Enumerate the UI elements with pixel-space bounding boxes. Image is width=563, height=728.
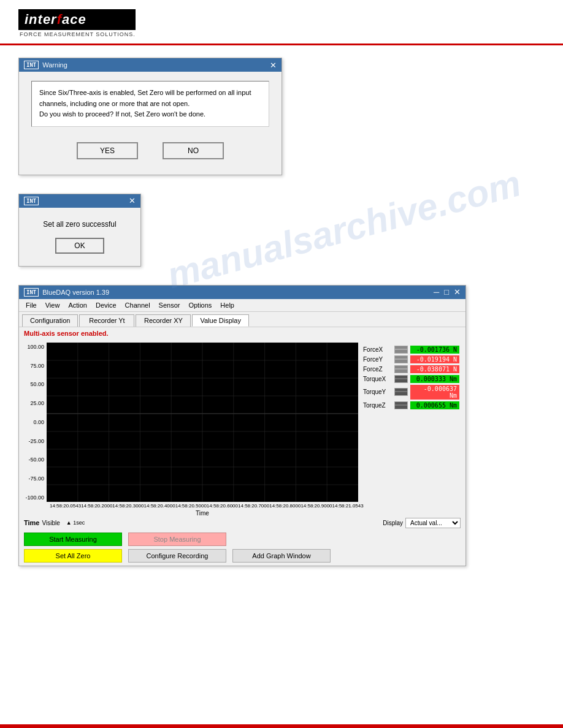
menu-help[interactable]: Help xyxy=(216,300,238,310)
action-buttons-row1: Start Measuring Stop Measuring xyxy=(19,529,465,549)
tab-configuration[interactable]: Configuration xyxy=(22,314,78,327)
chart-area xyxy=(47,343,358,502)
legend-torquex: TorqueX 0.000333 Nm xyxy=(363,375,459,383)
bluedaq-window: INT BlueDAQ version 1.39 ─ □ ✕ File View… xyxy=(18,285,466,566)
time-visible: Visible xyxy=(42,520,59,526)
legend-forcex: ForceX -0.001736 N xyxy=(363,346,459,354)
time-section: Time Visible xyxy=(24,519,60,526)
success-dialog-icon: INT xyxy=(24,197,39,205)
header: interface FORCE MEASUREMENT SOLUTIONS. xyxy=(0,0,563,45)
bluedaq-title: BlueDAQ version 1.39 xyxy=(42,289,109,296)
legend-torquez: TorqueZ 0.000655 Nm xyxy=(363,401,459,409)
bluedaq-titlebar: INT BlueDAQ version 1.39 ─ □ ✕ xyxy=(19,286,465,299)
maximize-button[interactable]: □ xyxy=(444,288,449,296)
footer-bar xyxy=(0,724,563,728)
time-sub-section: ▲ 1sec xyxy=(66,520,85,526)
success-dialog: INT ✕ Set all zero successful OK xyxy=(18,194,141,267)
torquex-value: 0.000333 Nm xyxy=(410,375,459,383)
set-all-zero-button[interactable]: Set All Zero xyxy=(24,549,122,563)
menu-device[interactable]: Device xyxy=(92,300,120,310)
menu-view[interactable]: View xyxy=(42,300,64,310)
torquey-value: -0.000637 Nm xyxy=(410,385,459,400)
logo-subtitle: FORCE MEASUREMENT SOLUTIONS. xyxy=(18,31,136,37)
warning-dialog-message: Since Six/Three-axis is enabled, Set Zer… xyxy=(31,81,269,127)
legend-torquey: TorqueY -0.000637 Nm xyxy=(363,385,459,400)
warning-yes-button[interactable]: YES xyxy=(77,142,138,159)
time-label: Time xyxy=(24,519,39,526)
display-dropdown[interactable]: Actual val... xyxy=(405,518,461,528)
tab-value-display[interactable]: Value Display xyxy=(192,314,248,327)
chart-container: 100.00 75.00 50.00 25.00 0.00 -25.00 -50… xyxy=(19,339,465,502)
torquex-swatch xyxy=(394,375,408,383)
legend-panel: ForceX -0.001736 N ForceY -0.019194 N Fo… xyxy=(358,343,462,502)
logo: interface xyxy=(18,9,136,30)
chart-svg xyxy=(47,343,358,502)
time-display-row: Time Visible ▲ 1sec Display Actual val..… xyxy=(19,517,465,529)
warning-dialog-buttons: YES NO xyxy=(31,136,269,169)
warning-dialog-close[interactable]: ✕ xyxy=(270,61,277,69)
menu-channel[interactable]: Channel xyxy=(121,300,154,310)
tabs-bar: Configuration Recorder Yt Recorder XY Va… xyxy=(19,312,465,327)
action-buttons-row2: Set All Zero Configure Recording Add Gra… xyxy=(19,549,465,566)
menu-sensor[interactable]: Sensor xyxy=(155,300,184,310)
logo-container: interface FORCE MEASUREMENT SOLUTIONS. xyxy=(18,9,136,37)
forcez-value: -0.038071 N xyxy=(410,365,459,373)
y-axis-labels: 100.00 75.00 50.00 25.00 0.00 -25.00 -50… xyxy=(22,343,47,502)
forcey-value: -0.019194 N xyxy=(410,355,459,363)
tab-recorder-xy[interactable]: Recorder XY xyxy=(136,314,191,327)
menu-bar: File View Action Device Channel Sensor O… xyxy=(19,299,465,312)
add-graph-window-button[interactable]: Add Graph Window xyxy=(232,549,331,563)
tab-recorder-yt[interactable]: Recorder Yt xyxy=(79,314,134,327)
warning-dialog-titlebar: INT Warning ✕ xyxy=(19,58,282,72)
x-axis-labels: 14:58:20.0543 14:58:20.2000 14:58:20.300… xyxy=(47,502,358,510)
sensor-notice: Multi-axis sensor enabled. xyxy=(19,327,465,339)
configure-recording-button[interactable]: Configure Recording xyxy=(128,549,226,563)
minimize-button[interactable]: ─ xyxy=(434,288,439,296)
success-dialog-body: Set all zero successful OK xyxy=(19,208,140,266)
warning-dialog-icon: INT xyxy=(24,61,39,69)
torquez-swatch xyxy=(394,401,408,409)
forcey-swatch xyxy=(394,355,408,363)
torquey-swatch xyxy=(394,388,408,396)
bluedaq-icon: INT xyxy=(24,288,39,297)
warning-dialog: INT Warning ✕ Since Six/Three-axis is en… xyxy=(18,58,282,175)
stop-measuring-button[interactable]: Stop Measuring xyxy=(128,533,226,546)
forcez-swatch xyxy=(394,365,408,373)
menu-options[interactable]: Options xyxy=(185,300,215,310)
forcex-value: -0.001736 N xyxy=(410,346,459,354)
warning-no-button[interactable]: NO xyxy=(163,142,224,159)
time-arrow: ▲ 1sec xyxy=(66,520,85,526)
menu-action[interactable]: Action xyxy=(64,300,91,310)
warning-dialog-title: Warning xyxy=(42,61,67,69)
start-measuring-button[interactable]: Start Measuring xyxy=(24,533,122,546)
success-ok-button[interactable]: OK xyxy=(55,238,104,254)
forcex-swatch xyxy=(394,346,408,354)
menu-file[interactable]: File xyxy=(22,300,40,310)
success-dialog-close[interactable]: ✕ xyxy=(129,197,136,205)
legend-forcey: ForceY -0.019194 N xyxy=(363,355,459,363)
display-label: Display xyxy=(383,520,403,526)
success-dialog-titlebar: INT ✕ xyxy=(19,194,140,208)
x-axis-label: Time xyxy=(47,510,358,517)
window-controls: ─ □ ✕ xyxy=(434,288,461,296)
torquez-value: 0.000655 Nm xyxy=(410,401,459,409)
display-section: Display Actual val... xyxy=(383,518,461,528)
legend-forcez: ForceZ -0.038071 N xyxy=(363,365,459,373)
warning-dialog-body: Since Six/Three-axis is enabled, Set Zer… xyxy=(19,72,282,175)
content-area: INT Warning ✕ Since Six/Three-axis is en… xyxy=(0,45,563,578)
close-button[interactable]: ✕ xyxy=(454,288,461,296)
success-message: Set all zero successful xyxy=(28,220,131,229)
